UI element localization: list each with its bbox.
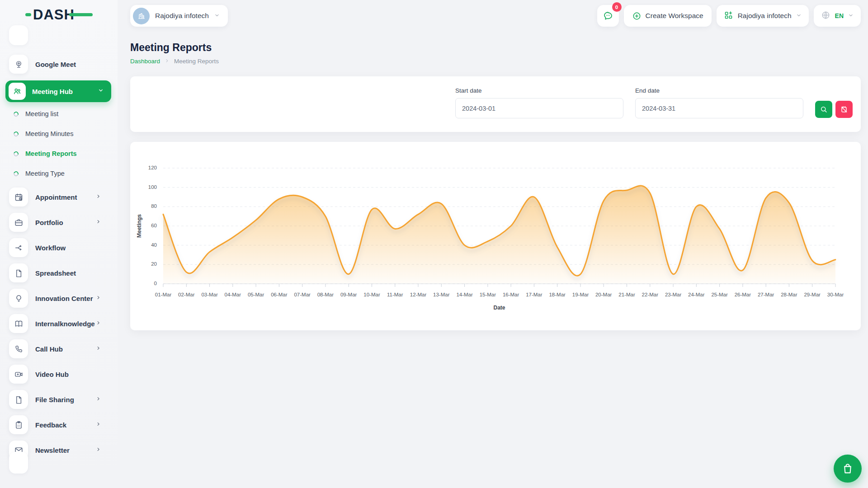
svg-text:14-Mar: 14-Mar [456, 292, 473, 297]
sidebar-item-feedback[interactable]: Feedback [5, 415, 112, 435]
chevron-right-icon [95, 421, 101, 429]
chat-icon [603, 10, 613, 21]
sidebar-menu-list: Google MeetMeeting HubMeeting listMeetin… [0, 54, 118, 460]
svg-text:120: 120 [148, 165, 157, 170]
clipboard-icon [9, 415, 28, 434]
sidebar-item-meeting-list[interactable]: Meeting list [14, 106, 112, 122]
chevron-down-icon [796, 12, 802, 20]
svg-text:18-Mar: 18-Mar [549, 292, 566, 297]
breadcrumb-dashboard-link[interactable]: Dashboard [130, 58, 160, 65]
create-workspace-button[interactable]: Create Workspace [624, 5, 712, 27]
topbar: Rajodiya infotech 0 Create Workspace [130, 0, 861, 32]
meetings-chart-card: 02040608010012001-Mar02-Mar03-Mar04-Mar0… [130, 142, 861, 330]
svg-text:11-Mar: 11-Mar [387, 292, 403, 297]
end-date-input[interactable] [635, 98, 803, 118]
chevron-right-icon [95, 294, 101, 302]
sub-item-bullet-icon [13, 170, 19, 177]
start-date-field: Start date [455, 87, 623, 118]
create-workspace-label: Create Workspace [646, 12, 703, 20]
chevron-down-icon [214, 12, 220, 20]
start-date-input[interactable] [455, 98, 623, 118]
svg-text:02-Mar: 02-Mar [178, 292, 195, 297]
clear-filter-button[interactable] [835, 101, 853, 118]
sidebar-item-label: Meeting Minutes [25, 130, 73, 137]
svg-text:80: 80 [151, 203, 157, 209]
svg-text:25-Mar: 25-Mar [711, 292, 728, 297]
chevron-right-icon [95, 345, 101, 353]
svg-text:03-Mar: 03-Mar [201, 292, 218, 297]
plus-circle-icon [632, 11, 642, 21]
sidebar-item-label: Meeting Reports [25, 150, 77, 157]
sidebar-item-appointment[interactable]: Appointment [5, 187, 112, 207]
sidebar-item-internalknowledge[interactable]: Internalknowledge [5, 314, 112, 333]
sidebar-item-label: Call Hub [35, 345, 63, 353]
search-icon [820, 105, 828, 113]
language-selector[interactable]: EN [814, 5, 861, 27]
sidebar: DASH Google MeetMeeting HubMeeting listM… [0, 0, 118, 488]
svg-text:Meetings: Meetings [136, 214, 142, 238]
svg-text:23-Mar: 23-Mar [665, 292, 682, 297]
sidebar-item-file-sharing[interactable]: File Sharing [5, 389, 112, 409]
svg-text:07-Mar: 07-Mar [294, 292, 311, 297]
company-selector[interactable]: Rajodiya infotech [717, 5, 809, 27]
sidebar-item-label: Google Meet [35, 61, 76, 68]
messages-button[interactable]: 0 [597, 5, 619, 27]
svg-text:24-Mar: 24-Mar [688, 292, 705, 297]
svg-text:21-Mar: 21-Mar [618, 292, 635, 297]
page-title: Meeting Reports [130, 42, 861, 54]
logo-text: DASH [33, 8, 75, 22]
svg-text:20: 20 [151, 261, 157, 267]
sidebar-item-label: Spreadsheet [35, 269, 76, 277]
chevron-right-icon [95, 218, 101, 226]
sidebar-item-meeting-type[interactable]: Meeting Type [14, 165, 112, 182]
sidebar-item-call-hub[interactable]: Call Hub [5, 339, 112, 359]
briefcase-icon [9, 213, 28, 232]
svg-text:08-Mar: 08-Mar [317, 292, 334, 297]
start-date-label: Start date [455, 87, 623, 94]
app-root: DASH Google MeetMeeting HubMeeting listM… [0, 0, 868, 488]
svg-text:15-Mar: 15-Mar [480, 292, 496, 297]
sidebar-item-innovation-center[interactable]: Innovation Center [5, 288, 112, 308]
svg-text:12-Mar: 12-Mar [410, 292, 427, 297]
apply-filter-button[interactable] [815, 101, 832, 118]
sidebar-item-spreadsheet[interactable]: Spreadsheet [5, 263, 112, 283]
topbar-right: 0 Create Workspace Rajodiya infotech [597, 5, 861, 27]
svg-text:04-Mar: 04-Mar [225, 292, 241, 297]
store-fab-button[interactable] [834, 455, 862, 483]
sidebar-item-video-hub[interactable]: Video Hub [5, 364, 112, 384]
svg-text:Date: Date [493, 305, 505, 311]
svg-text:01-Mar: 01-Mar [155, 292, 172, 297]
svg-text:22-Mar: 22-Mar [642, 292, 659, 297]
building-icon [137, 11, 146, 20]
sub-item-bullet-icon [13, 150, 19, 157]
sidebar-item-label: Meeting Hub [32, 88, 73, 95]
sidebar-item-workflow[interactable]: Workflow [5, 238, 112, 258]
file-icon [9, 263, 28, 282]
sidebar-item-google-meet[interactable]: Google Meet [5, 54, 112, 74]
users-icon [9, 83, 26, 100]
sidebar-item-meeting-hub[interactable]: Meeting Hub [5, 80, 111, 102]
logo-accent-left [25, 13, 31, 16]
calendar-off-icon [840, 105, 848, 113]
workspace-selector[interactable]: Rajodiya infotech [130, 5, 228, 27]
svg-text:16-Mar: 16-Mar [503, 292, 519, 297]
chevron-right-icon [95, 319, 101, 328]
svg-text:40: 40 [151, 242, 157, 248]
breadcrumb-current: Meeting Reports [174, 58, 219, 65]
sidebar-item-label: Internalknowledge [35, 320, 95, 328]
sidebar-item-meeting-reports[interactable]: Meeting Reports [14, 145, 112, 162]
calendar-clock-icon [9, 188, 28, 206]
sidebar-item-portfolio[interactable]: Portfolio [5, 212, 112, 232]
svg-text:27-Mar: 27-Mar [758, 292, 774, 297]
sidebar-item-label: Newsletter [35, 446, 70, 454]
app-logo[interactable]: DASH [0, 0, 118, 29]
sidebar-item-label: File Sharing [35, 396, 74, 404]
file-icon [9, 390, 28, 409]
partial-menu-item-icon-bottom [9, 452, 28, 474]
video-icon [9, 365, 28, 384]
sidebar-item-meeting-minutes[interactable]: Meeting Minutes [14, 126, 112, 142]
svg-text:09-Mar: 09-Mar [340, 292, 357, 297]
date-filter-card: Start date End date [130, 76, 861, 132]
phone-icon [9, 339, 28, 358]
sidebar-item-label: Meeting Type [25, 170, 65, 177]
